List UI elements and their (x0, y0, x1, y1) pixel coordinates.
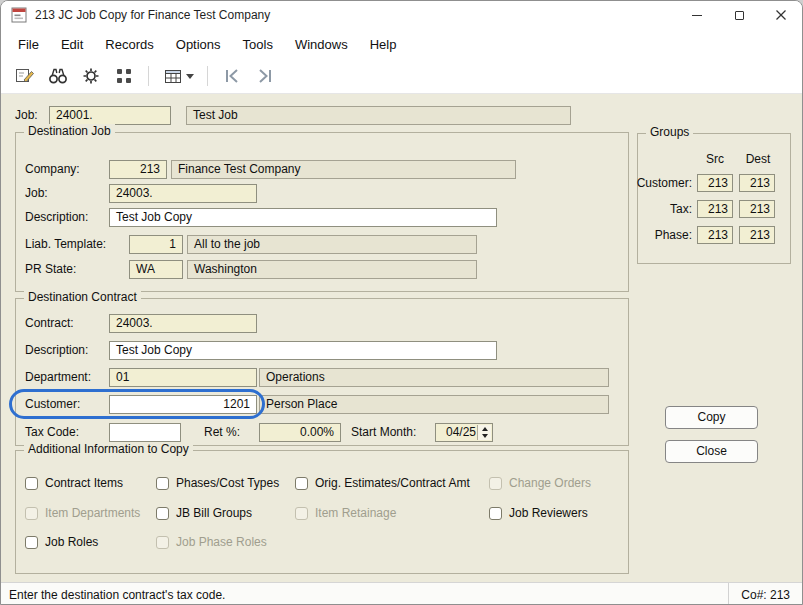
checkbox-job-roles[interactable]: Job Roles (25, 534, 98, 550)
department-code-field[interactable]: 01 (109, 368, 257, 387)
window-controls (676, 1, 802, 29)
checkbox-icon (156, 536, 169, 549)
start-month-value: 04/25 (446, 425, 476, 439)
chevron-down-icon (186, 74, 194, 79)
menu-tools[interactable]: Tools (232, 33, 284, 56)
tools-button[interactable] (79, 64, 103, 88)
company-code-field[interactable]: 213 (109, 160, 167, 179)
customer-code-field[interactable]: 1201 (109, 395, 257, 414)
customer-label: Customer: (25, 395, 80, 414)
menu-help[interactable]: Help (359, 33, 408, 56)
maximize-button[interactable] (718, 1, 760, 29)
checkbox-change-orders: Change Orders (489, 475, 591, 491)
start-month-label: Start Month: (351, 423, 416, 442)
groups-tax-src-field[interactable]: 213 (697, 200, 733, 218)
liab-template-display: All to the job (187, 235, 477, 254)
checkbox-item-retainage: Item Retainage (295, 505, 396, 521)
checkbox-phases-cost-types[interactable]: Phases/Cost Types (156, 475, 279, 491)
grid-view-dropdown-button[interactable] (161, 64, 195, 88)
close-button-form[interactable]: Close (665, 440, 758, 463)
dest-job-code-field[interactable]: 24003. (109, 184, 257, 203)
edit-record-button[interactable] (13, 64, 37, 88)
app-icon (11, 7, 27, 23)
checkbox-label: Phases/Cost Types (176, 476, 279, 490)
contract-description-label: Description: (25, 341, 88, 360)
last-record-icon (254, 65, 276, 87)
checkbox-icon (489, 477, 502, 490)
toolbar (1, 59, 802, 94)
checkbox-job-reviewers[interactable]: Job Reviewers (489, 505, 588, 521)
edit-record-icon (14, 65, 36, 87)
last-record-button[interactable] (253, 64, 277, 88)
contract-code-field[interactable]: 24003. (109, 314, 257, 333)
job-code-field[interactable]: 24001. (49, 106, 171, 125)
contract-description-field[interactable]: Test Job Copy (109, 341, 497, 360)
checkbox-icon (25, 536, 38, 549)
department-name-display: Operations (259, 368, 609, 387)
groups-phase-src-field[interactable]: 213 (697, 226, 733, 244)
groups-customer-dest-field[interactable]: 213 (739, 174, 775, 192)
destination-contract-title: Destination Contract (24, 290, 141, 305)
start-month-spinner (477, 425, 491, 440)
groups-title: Groups (646, 125, 693, 140)
checkbox-label: Change Orders (509, 476, 591, 490)
groups-customer-label: Customer: (628, 174, 692, 193)
groups-phase-dest-field[interactable]: 213 (739, 226, 775, 244)
spin-down-icon (482, 434, 488, 438)
grid-button[interactable] (112, 64, 136, 88)
liab-template-field[interactable]: 1 (129, 235, 183, 254)
company-number-badge: Co#: 213 (728, 583, 802, 605)
liab-template-label: Liab. Template: (25, 235, 106, 254)
spin-up-button[interactable] (478, 425, 491, 433)
groups-tax-dest-field[interactable]: 213 (739, 200, 775, 218)
checkbox-item-departments: Item Departments (25, 505, 140, 521)
groups-customer-src-field[interactable]: 213 (697, 174, 733, 192)
first-record-button[interactable] (220, 64, 244, 88)
menu-records[interactable]: Records (94, 33, 164, 56)
job-label: Job: (15, 106, 38, 125)
title-bar[interactable]: 213 JC Job Copy for Finance Test Company (1, 1, 802, 29)
start-month-field[interactable]: 04/25 (435, 423, 493, 442)
spin-up-icon (482, 427, 488, 431)
status-bar: Enter the destination contract's tax cod… (1, 582, 802, 605)
window-title: 213 JC Job Copy for Finance Test Company (35, 8, 270, 22)
groups-dest-header: Dest (739, 150, 777, 169)
dest-job-description-field[interactable]: Test Job Copy (109, 208, 497, 227)
checkbox-icon (156, 477, 169, 490)
checkbox-label: Orig. Estimates/Contract Amt (315, 476, 470, 490)
checkbox-label: Item Retainage (315, 506, 396, 520)
checkbox-icon (156, 507, 169, 520)
checkbox-orig-estimates[interactable]: Orig. Estimates/Contract Amt (295, 475, 470, 491)
groups-phase-label: Phase: (628, 226, 692, 245)
ret-pct-label: Ret %: (204, 423, 240, 442)
app-window: 213 JC Job Copy for Finance Test Company… (0, 0, 803, 605)
ret-pct-field[interactable]: 0.00% (259, 423, 341, 442)
menu-windows[interactable]: Windows (284, 33, 359, 56)
form-area: Job: 24001. Test Job Destination Job Com… (1, 94, 802, 582)
menu-bar: File Edit Records Options Tools Windows … (1, 29, 802, 59)
groups-tax-label: Tax: (628, 200, 692, 219)
find-binoculars-icon (47, 65, 69, 87)
checkbox-contract-items[interactable]: Contract Items (25, 475, 123, 491)
menu-edit[interactable]: Edit (50, 33, 94, 56)
pr-state-field[interactable]: WA (129, 260, 183, 279)
menu-file[interactable]: File (7, 33, 50, 56)
tax-code-field[interactable] (109, 423, 181, 442)
pr-state-display: Washington (187, 260, 477, 279)
find-button[interactable] (46, 64, 70, 88)
contract-label: Contract: (25, 314, 74, 333)
checkbox-icon (25, 477, 38, 490)
minimize-button[interactable] (676, 1, 718, 29)
copy-button[interactable]: Copy (665, 406, 758, 429)
checkbox-jb-bill-groups[interactable]: JB Bill Groups (156, 505, 252, 521)
company-label: Company: (25, 160, 80, 179)
toolbar-separator (207, 66, 208, 86)
toolbar-separator (148, 66, 149, 86)
spin-down-button[interactable] (478, 433, 491, 441)
menu-options[interactable]: Options (165, 33, 232, 56)
close-button[interactable] (760, 1, 802, 29)
dest-job-description-label: Description: (25, 208, 88, 227)
grid-icon (113, 65, 135, 87)
checkbox-label: Job Reviewers (509, 506, 588, 520)
first-record-icon (221, 65, 243, 87)
